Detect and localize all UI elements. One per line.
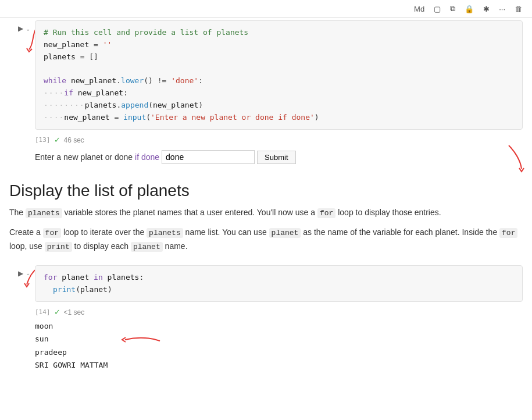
output-line-sri: SRI GOWRI MATTAM — [35, 359, 523, 372]
toolbar-lock-btn[interactable]: 🔒 — [462, 3, 477, 15]
inline-code-planet2: planet — [131, 242, 163, 252]
output-line-moon: moon — [35, 320, 523, 333]
cell-14-wrapper: ▶ ⌄ for planet in planets: print(planet) — [0, 263, 532, 305]
cell-13-wrapper: ▶ ⌄ # Run this cell and provide a list o… — [0, 18, 532, 132]
inline-code-planets2: planets — [147, 228, 183, 238]
cell-14-gutter: ▶ ⌄ — [0, 265, 35, 278]
toolbar-sparkle-btn[interactable]: ✱ — [480, 3, 492, 15]
input-row: Enter a new planet or done if done Submi… — [35, 145, 523, 170]
check-icon-14: ✓ — [54, 308, 60, 316]
run-controls-14: ▶ ⌄ — [17, 269, 30, 278]
cell-14-output: [14] ✓ <1 sec — [35, 307, 523, 318]
inline-code-planet1: planet — [269, 228, 301, 238]
cell-13-output: [13] ✓ 46 sec — [35, 134, 523, 145]
cell-13-gutter: ▶ ⌄ — [0, 20, 35, 33]
toolbar-split-btn[interactable]: ⧉ — [447, 2, 458, 15]
notebook-container: Md ▢ ⧉ 🔒 ✱ ··· 🗑 ▶ ⌄ # Run this cell and… — [0, 0, 532, 376]
toolbar-frame-btn[interactable]: ▢ — [431, 3, 444, 15]
cell-13-number: [13] — [35, 136, 51, 144]
inline-code-for1: for — [317, 208, 335, 218]
output-results: moon sun pradeep SRI GOWRI MATTAM — [35, 318, 523, 376]
output-line-sun: sun — [35, 333, 523, 346]
inline-code-planets1: planets — [26, 208, 62, 218]
planet-input[interactable] — [162, 150, 255, 164]
output-line-pradeep: pradeep — [35, 346, 523, 359]
inline-code-for3: for — [499, 228, 517, 238]
toolbar-md-btn[interactable]: Md — [411, 3, 427, 15]
expand-btn-14[interactable]: ⌄ — [26, 270, 30, 276]
code-cell-14: for planet in planets: print(planet) — [35, 265, 523, 302]
input-label: Enter a new planet or done if done — [35, 152, 159, 162]
section-title: Display the list of planets — [9, 181, 523, 200]
prose-2: Create a for loop to iterate over the pl… — [9, 226, 523, 254]
comment-line: # Run this cell and provide a list of pl… — [44, 28, 248, 37]
run-controls-13: ▶ ⌄ — [17, 24, 30, 33]
toolbar-delete-btn[interactable]: 🗑 — [512, 3, 525, 15]
cell-14-time: <1 sec — [64, 308, 85, 316]
expand-btn-13[interactable]: ⌄ — [26, 26, 30, 32]
cell-14-number: [14] — [35, 308, 51, 316]
kw-while: while — [44, 76, 66, 85]
run-btn-14[interactable]: ▶ — [17, 269, 24, 278]
check-icon-13: ✓ — [54, 136, 60, 144]
cell-13-time: 46 sec — [64, 136, 84, 144]
input-row-container: Enter a new planet or done if done Submi… — [0, 145, 532, 170]
code-cell-13: # Run this cell and provide a list of pl… — [35, 20, 523, 130]
submit-button[interactable]: Submit — [257, 151, 295, 164]
kw-for: for — [44, 273, 57, 282]
prose-1: The planets variable stores the planet n… — [9, 206, 523, 220]
inline-code-print: print — [45, 242, 72, 252]
inline-code-for2: for — [43, 228, 61, 238]
output-container: moon sun pradeep SRI GOWRI MATTAM — [0, 318, 532, 376]
run-btn-13[interactable]: ▶ — [17, 24, 24, 33]
toolbar-more-btn[interactable]: ··· — [496, 3, 508, 15]
toolbar: Md ▢ ⧉ 🔒 ✱ ··· 🗑 — [0, 0, 532, 18]
